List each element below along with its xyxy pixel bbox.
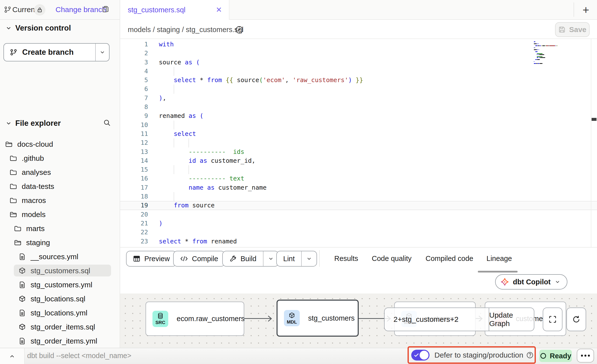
dbt-copilot-label: dbt Copilot bbox=[513, 278, 551, 286]
scrollbar-thumb[interactable] bbox=[592, 118, 597, 121]
compile-button[interactable]: Compile bbox=[173, 251, 225, 267]
lineage-canvas[interactable]: SRCecom.raw_customersMDLstg_customersMDL… bbox=[120, 293, 597, 348]
line-number: 1 bbox=[120, 40, 148, 49]
check-icon bbox=[414, 352, 419, 358]
dbt-copilot-button[interactable]: dbt Copilot bbox=[495, 274, 567, 290]
tree-item-stg-customers-yml[interactable]: stg_customers.yml bbox=[0, 278, 120, 292]
tree-item-analyses[interactable]: analyses bbox=[0, 165, 120, 179]
line-number: 7 bbox=[120, 94, 148, 103]
folder-open-icon bbox=[5, 140, 13, 148]
code-line-21: 21) bbox=[120, 219, 597, 228]
lineage-node-stg-customers[interactable]: MDLstg_customers bbox=[277, 300, 359, 337]
more-options-button[interactable] bbox=[577, 349, 594, 363]
chevron-down-icon bbox=[306, 256, 312, 262]
help-icon[interactable] bbox=[526, 351, 534, 359]
compass-icon[interactable] bbox=[232, 23, 246, 37]
create-branch-dropdown[interactable] bbox=[95, 44, 109, 61]
tree-item-label: docs-cloud bbox=[17, 140, 53, 148]
tree-item-stg-locations-yml[interactable]: stg_locations.yml bbox=[0, 306, 120, 320]
line-number: 3 bbox=[120, 58, 148, 67]
file-explorer-header[interactable]: File explorer bbox=[5, 119, 61, 128]
chevron-up-icon bbox=[9, 353, 15, 360]
tabstrip-divider bbox=[574, 2, 574, 17]
tree-item-label: data-tests bbox=[22, 182, 54, 191]
git-branch-icon bbox=[4, 6, 11, 13]
code-line-12: 12 bbox=[120, 138, 597, 147]
code-editor[interactable]: 1with23source as (45 select * from {{ so… bbox=[120, 39, 597, 247]
minimap[interactable] bbox=[534, 40, 565, 65]
tree-item--sources-yml[interactable]: __sources.yml bbox=[0, 250, 120, 264]
tree-item-stg-locations-sql[interactable]: stg_locations.sql bbox=[0, 292, 120, 306]
create-branch-button[interactable]: Create branch bbox=[3, 43, 110, 61]
tab-results[interactable]: Results bbox=[334, 255, 358, 263]
tab-code-quality[interactable]: Code quality bbox=[372, 255, 411, 263]
tree-item-label: .github bbox=[22, 154, 44, 163]
tree-item-stg-customers-sql[interactable]: stg_customers.sql bbox=[0, 264, 120, 278]
tree-item-label: stg_locations.sql bbox=[31, 295, 85, 303]
tree-item-stg-order-items-sql[interactable]: stg_order_items.sql bbox=[0, 320, 120, 334]
tree-item-models[interactable]: models bbox=[0, 207, 120, 221]
tree-item-data-tests[interactable]: data-tests bbox=[0, 179, 120, 193]
lint-dropdown[interactable] bbox=[301, 251, 317, 266]
collapse-panel-button[interactable] bbox=[0, 348, 25, 364]
editor-scrollbar[interactable] bbox=[591, 39, 597, 247]
tree-item-macros[interactable]: macros bbox=[0, 193, 120, 207]
code-line-14: 14 id as customer_id, bbox=[120, 156, 597, 165]
refresh-button[interactable] bbox=[566, 308, 586, 331]
update-graph-button[interactable]: Update Graph bbox=[489, 308, 534, 331]
change-branch-link[interactable]: Change branch bbox=[56, 5, 106, 14]
code-text bbox=[148, 49, 597, 58]
save-button[interactable]: Save bbox=[555, 22, 590, 37]
folder-icon bbox=[14, 225, 22, 233]
line-number: 21 bbox=[120, 219, 148, 228]
tree-item--github[interactable]: .github bbox=[0, 151, 120, 165]
compile-label: Compile bbox=[192, 255, 218, 263]
build-dropdown[interactable] bbox=[263, 251, 278, 266]
refresh-icon bbox=[572, 315, 580, 324]
version-control-header[interactable]: Version control bbox=[5, 24, 71, 33]
file-icon bbox=[18, 337, 26, 345]
defer-toggle[interactable] bbox=[411, 350, 429, 361]
code-text bbox=[148, 228, 597, 237]
folder-icon bbox=[9, 168, 17, 176]
tree-item-label: __sources.yml bbox=[31, 253, 78, 261]
code-text bbox=[148, 121, 597, 129]
tree-item-docs-cloud[interactable]: docs-cloud bbox=[0, 137, 120, 151]
tree-item-label: macros bbox=[22, 196, 46, 205]
node-label: stg_customers bbox=[308, 314, 355, 322]
code-line-19: 19 from source bbox=[120, 201, 597, 210]
new-tab-button[interactable]: + bbox=[579, 3, 592, 16]
indent-guide bbox=[174, 67, 174, 76]
close-icon[interactable]: ✕ bbox=[216, 6, 222, 14]
line-number: 6 bbox=[120, 85, 148, 93]
fullscreen-icon bbox=[548, 315, 557, 324]
line-number: 12 bbox=[120, 138, 148, 147]
search-icon[interactable] bbox=[103, 119, 111, 127]
folder-icon bbox=[9, 182, 17, 190]
line-number: 18 bbox=[120, 192, 148, 201]
preview-button[interactable]: Preview bbox=[126, 251, 177, 267]
code-content: 1with23source as (45 select * from {{ so… bbox=[120, 39, 597, 246]
code-line-18: 18 bbox=[120, 192, 597, 201]
tree-item-staging[interactable]: staging bbox=[0, 236, 120, 250]
fullscreen-button[interactable] bbox=[543, 308, 562, 331]
code-line-13: 13 ---------- ids bbox=[120, 147, 597, 156]
code-text: name as customer_name bbox=[148, 183, 597, 192]
copy-branch-icon[interactable] bbox=[102, 5, 110, 13]
tree-item-marts[interactable]: marts bbox=[0, 221, 120, 236]
file-explorer-title: File explorer bbox=[15, 119, 61, 128]
status-bar: dbt build --select <model_name> Defer to… bbox=[0, 348, 597, 364]
command-input[interactable]: dbt build --select <model_name> bbox=[27, 352, 131, 360]
tree-item-stg-order-items-yml[interactable]: stg_order_items.yml bbox=[0, 334, 120, 348]
lint-button[interactable]: Lint bbox=[276, 251, 317, 267]
model-icon bbox=[18, 323, 26, 331]
line-number: 13 bbox=[120, 147, 148, 156]
tab-lineage[interactable]: Lineage bbox=[486, 255, 512, 263]
tab-compiled-code[interactable]: Compiled code bbox=[426, 255, 473, 263]
code-text: ---------- ids bbox=[148, 147, 597, 156]
build-button[interactable]: Build bbox=[222, 251, 279, 267]
graph-selector-input[interactable] bbox=[385, 308, 489, 331]
lineage-node-ecom-raw-customers[interactable]: SRCecom.raw_customers bbox=[146, 302, 244, 336]
node-badge-src: SRC bbox=[152, 311, 168, 327]
tab-stg-customers-sql[interactable]: stg_customers.sql ✕ bbox=[120, 0, 229, 20]
